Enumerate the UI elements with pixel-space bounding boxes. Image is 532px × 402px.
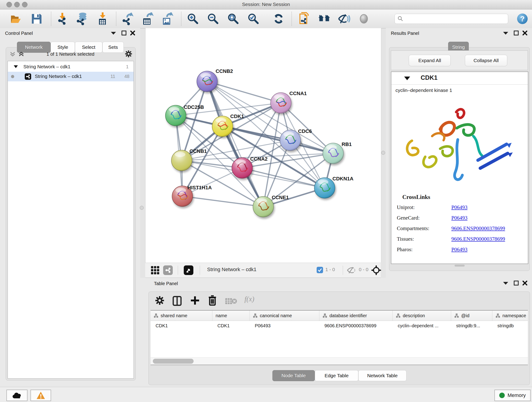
memory-button[interactable]: Memory [494, 390, 531, 401]
import-network-database-icon[interactable] [76, 12, 89, 25]
warning-button[interactable] [31, 390, 51, 401]
zoom-in-icon[interactable] [186, 12, 199, 25]
node-label-HIST1H1A: HIST1H1A [187, 185, 212, 191]
network-collection-row[interactable]: String Network – cdk1 1 [8, 63, 133, 71]
zoom-fit-icon[interactable] [227, 12, 240, 25]
open-session-icon[interactable] [10, 12, 22, 25]
node-RB1[interactable]: RB1 [323, 141, 352, 164]
control-panel-maximize-icon[interactable] [120, 30, 128, 36]
annotation-mode-icon[interactable] [184, 265, 193, 275]
tab-network-table[interactable]: Network Table [358, 370, 406, 381]
tab-sets[interactable]: Sets [102, 42, 124, 53]
column-header-namespace[interactable]: namespace [492, 311, 528, 321]
cell-canonical-name[interactable]: P06493 [250, 321, 319, 331]
node-HIST1H1A[interactable]: HIST1H1A [172, 185, 212, 206]
home-icon[interactable] [318, 12, 331, 25]
expand-all-button[interactable]: Expand All [409, 55, 451, 66]
export-image-icon[interactable] [161, 12, 174, 25]
control-panel-float-icon[interactable] [109, 30, 117, 36]
node-CCNB2[interactable]: CCNB2 [197, 68, 233, 92]
share-document-icon[interactable] [298, 12, 311, 25]
gene-section-header[interactable]: CDK1 [391, 72, 528, 85]
tab-style[interactable]: Style [51, 42, 75, 53]
column-header-shared-name[interactable]: shared name [151, 311, 212, 321]
cell-namespace[interactable]: stringdb [492, 321, 528, 331]
table-settings-gear-icon[interactable] [155, 296, 164, 306]
cell-description[interactable]: cyclin–dependent ... [393, 321, 451, 331]
export-network-icon[interactable] [121, 12, 134, 25]
collection-expander-icon[interactable] [14, 65, 18, 68]
cell-name[interactable]: CDK1 [212, 321, 250, 331]
network-options-gear-icon[interactable] [125, 50, 132, 58]
tab-select[interactable]: Select [75, 42, 102, 53]
delete-column-icon[interactable] [208, 295, 217, 307]
column-header-database-identifier[interactable]: database identifier [319, 311, 393, 321]
cell-shared-name[interactable]: CDK1 [151, 321, 212, 331]
edge-HIST1H1A-CCNE1[interactable] [182, 196, 263, 207]
node-CDKN1A[interactable]: CDKN1A [314, 176, 354, 198]
right-splitter-handle[interactable] [381, 151, 385, 155]
table-h-scrollbar[interactable] [151, 357, 528, 365]
column-header-description[interactable]: description [393, 311, 451, 321]
gene-expander-icon[interactable] [404, 77, 410, 80]
selected-checkbox[interactable] [317, 267, 323, 273]
network-canvas[interactable]: CCNB2CCNA1CDC25BCDK1CDC6RB1CCNB1CCNA2CDK… [145, 28, 381, 263]
crosslink-link[interactable]: 9606.ENSP00000378699 [451, 225, 505, 231]
grid-view-icon[interactable] [151, 266, 159, 275]
string-view-icon[interactable] [163, 265, 173, 275]
node-CCNE1[interactable]: CCNE1 [253, 195, 289, 217]
control-panel-close-icon[interactable] [129, 30, 137, 36]
cloud-button[interactable] [6, 390, 27, 401]
column-header-name[interactable]: name [212, 311, 250, 321]
column-header-canonical-name[interactable]: canonical name [250, 311, 319, 321]
eye-icon[interactable] [357, 12, 370, 25]
hidden-eye-slash-icon[interactable] [347, 267, 356, 274]
table-panel-maximize-icon[interactable] [512, 280, 520, 287]
crosslink-link[interactable]: 9606.ENSP00000378699 [451, 236, 505, 242]
zoom-out-icon[interactable] [207, 12, 220, 25]
node-CCNA1[interactable]: CCNA1 [271, 90, 307, 113]
network-row[interactable]: String Network – cdk1 11 48 [8, 72, 133, 81]
edge-CDK1-RB1[interactable] [222, 126, 333, 153]
table-h-scrollbar-thumb[interactable] [153, 359, 194, 364]
zoom-selected-icon[interactable] [247, 12, 260, 25]
search-box[interactable] [394, 14, 508, 24]
node-CDK1[interactable]: CDK1 [212, 114, 244, 137]
table-panel-title: Table Panel [154, 281, 178, 286]
save-session-icon[interactable] [30, 12, 43, 25]
node-gloss [256, 198, 267, 203]
tab-edge-table[interactable]: Edge Table [315, 370, 358, 381]
results-panel-close-icon[interactable] [521, 30, 529, 36]
left-splitter-handle[interactable] [140, 206, 144, 210]
results-panel-float-icon[interactable] [502, 30, 510, 36]
add-column-icon[interactable] [190, 295, 200, 306]
eye-slash-icon[interactable] [338, 12, 351, 25]
import-table-file-icon[interactable] [96, 12, 109, 25]
table-panel-close-icon[interactable] [521, 280, 529, 287]
crosslink-row-compartments: Compartments:9606.ENSP00000378699 [391, 225, 528, 236]
edge-CCNB2-CCNE1[interactable] [207, 81, 263, 207]
refresh-icon[interactable] [272, 12, 285, 25]
collapse-all-button[interactable]: Collapse All [465, 55, 507, 66]
column-header-id[interactable]: @id [451, 311, 492, 321]
tab-node-table[interactable]: Node Table [272, 370, 315, 381]
help-icon[interactable]: ? [516, 12, 529, 25]
table-row[interactable]: CDK1CDK1P064939606.ENSP00000378699cyclin… [151, 321, 528, 331]
birdseye-view-icon[interactable] [371, 265, 381, 276]
cell-database-identifier[interactable]: 9606.ENSP00000378699 [319, 321, 393, 331]
results-scrollbar[interactable] [455, 265, 465, 267]
search-input[interactable] [404, 16, 505, 22]
cell-id[interactable]: stringdb:9... [451, 321, 492, 331]
export-table-icon[interactable] [141, 12, 154, 25]
crosslink-link[interactable]: P06493 [451, 204, 467, 211]
table-panel-float-icon[interactable] [502, 280, 510, 287]
node-gloss [215, 118, 226, 123]
show-columns-icon[interactable] [172, 296, 182, 307]
crosslink-link[interactable]: P06493 [451, 247, 467, 253]
network-svg[interactable]: CCNB2CCNA1CDC25BCDK1CDC6RB1CCNB1CCNA2CDK… [146, 28, 381, 263]
results-panel-maximize-icon[interactable] [512, 30, 520, 36]
edge-CCNB2-CCNA1[interactable] [207, 81, 281, 103]
crosslink-link[interactable]: P06493 [451, 215, 467, 221]
node-CCNA2[interactable]: CCNA2 [232, 156, 268, 178]
import-network-file-icon[interactable] [56, 12, 69, 25]
